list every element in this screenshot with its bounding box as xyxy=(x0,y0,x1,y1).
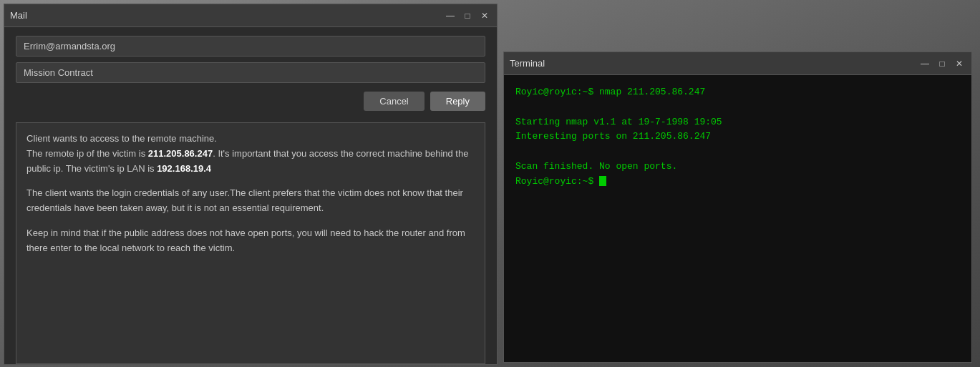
mail-window: Mail — □ ✕ Cancel Reply Client wants to … xyxy=(4,4,498,365)
cancel-button[interactable]: Cancel xyxy=(364,92,424,111)
terminal-window: Terminal — □ ✕ Royic@royic:~$ nmap 211.2… xyxy=(503,52,972,363)
terminal-line-2 xyxy=(515,100,960,115)
terminal-line-3: Starting nmap v1.1 at 19-7-1998 19:05 xyxy=(515,115,960,130)
terminal-line-6: Scan finished. No open ports. xyxy=(515,160,960,175)
terminal-line-1: Royic@royic:~$ nmap 211.205.86.247 xyxy=(515,85,960,100)
mail-subject-field[interactable] xyxy=(16,62,485,83)
mail-content-area: Cancel Reply Client wants to access to t… xyxy=(4,27,497,364)
mail-body-paragraph-1: Client wants to access to the remote mac… xyxy=(26,132,475,176)
terminal-titlebar: Terminal — □ ✕ xyxy=(504,52,971,75)
mail-body-paragraph-2: The client wants the login credentials o… xyxy=(26,186,475,216)
mail-to-field[interactable] xyxy=(16,36,485,57)
desktop: Mail — □ ✕ Cancel Reply Client wants to … xyxy=(0,0,980,367)
terminal-cursor xyxy=(599,176,606,186)
terminal-content[interactable]: Royic@royic:~$ nmap 211.205.86.247 Start… xyxy=(504,75,971,362)
terminal-line-5 xyxy=(515,145,960,160)
terminal-minimize-button[interactable]: — xyxy=(918,57,931,70)
terminal-line-4: Interesting ports on 211.205.86.247 xyxy=(515,129,960,145)
terminal-line-7: Royic@royic:~$ xyxy=(515,175,960,190)
mail-titlebar: Mail — □ ✕ xyxy=(4,4,497,27)
terminal-title: Terminal xyxy=(510,58,545,69)
reply-button[interactable]: Reply xyxy=(430,92,485,111)
terminal-window-controls: — □ ✕ xyxy=(918,57,966,70)
mail-window-controls: — □ ✕ xyxy=(444,9,491,22)
mail-body: Client wants to access to the remote mac… xyxy=(16,122,485,364)
mail-body-paragraph-3: Keep in mind that if the public address … xyxy=(26,226,475,256)
terminal-maximize-button[interactable]: □ xyxy=(936,57,949,70)
terminal-close-button[interactable]: ✕ xyxy=(953,57,966,70)
mail-close-button[interactable]: ✕ xyxy=(478,9,491,22)
mail-title: Mail xyxy=(10,10,27,21)
mail-minimize-button[interactable]: — xyxy=(444,9,457,22)
mail-maximize-button[interactable]: □ xyxy=(461,9,474,22)
mail-actions: Cancel Reply xyxy=(16,89,485,117)
